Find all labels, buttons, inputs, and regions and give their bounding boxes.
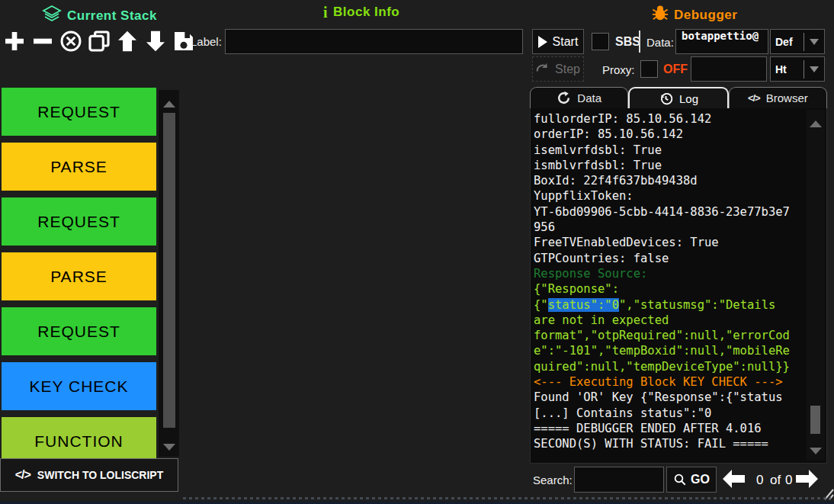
log-line: <--- Executing Block KEY CHECK ---> (534, 374, 807, 390)
proxy-type-dropdown[interactable]: Ht (770, 56, 825, 82)
info-icon: i (323, 5, 328, 19)
divider (639, 30, 640, 53)
log-scrollbar[interactable] (807, 110, 825, 461)
sbs-checkbox[interactable] (592, 33, 609, 50)
stack-block-request[interactable]: REQUEST (2, 88, 156, 136)
log-line: YT-6bd09906-5cbb-4414-8836-23e77b3e7 (534, 204, 807, 220)
history-icon (659, 91, 673, 106)
log-line: {"status":"0","statusmsg":"Details (534, 297, 807, 313)
code-icon: </> (15, 468, 30, 482)
proxy-status: OFF (663, 63, 688, 76)
current-stack-title: Current Stack (42, 5, 157, 27)
tab-browser-label: Browser (766, 91, 808, 104)
tab-data[interactable]: Data (530, 87, 628, 108)
step-icon (536, 63, 550, 76)
refresh-icon (557, 91, 571, 105)
stack-block-key-check[interactable]: KEY CHECK (2, 362, 156, 410)
match-total: 0 (785, 473, 792, 488)
remove-block-icon[interactable] (30, 27, 55, 55)
stack-block-request[interactable]: REQUEST (2, 307, 156, 355)
divider (183, 497, 831, 499)
prev-match-button[interactable] (722, 469, 746, 492)
debugger-label: Debugger (674, 8, 737, 23)
block-stack: REQUESTPARSEREQUESTPARSEREQUESTKEY CHECK… (2, 88, 156, 459)
log-line: BoxId: 22f4f637bb49438d (534, 173, 807, 188)
tab-log-label: Log (679, 92, 698, 105)
log-line: GTPCountries: false (534, 251, 807, 266)
log-line: fullorderIP: 85.10.56.142 (534, 111, 807, 127)
stack-icon (42, 5, 62, 27)
chevron-down-icon[interactable] (804, 39, 824, 45)
log-line: {"Response": (534, 281, 807, 297)
switch-label: SWITCH TO LOLISCRIPT (37, 469, 163, 481)
match-of-label: of (770, 473, 781, 488)
scrollbar-thumb[interactable] (810, 406, 820, 434)
log-line: Response Source: (534, 266, 807, 281)
next-match-button[interactable] (795, 469, 819, 492)
chevron-down-icon[interactable] (804, 66, 824, 72)
scroll-down-icon[interactable] (810, 448, 822, 454)
debugger-title: Debugger (652, 5, 737, 25)
search-icon (673, 473, 687, 486)
step-button[interactable]: Step (532, 56, 584, 82)
block-info-title: i Block Info (323, 5, 399, 20)
stack-block-parse[interactable]: PARSE (2, 252, 156, 300)
search-input[interactable] (574, 467, 664, 493)
move-down-icon[interactable] (143, 27, 168, 55)
proxy-input[interactable] (691, 56, 767, 82)
step-label: Step (555, 63, 580, 76)
search-go-button[interactable]: GO (666, 467, 717, 493)
stack-block-function[interactable]: FUNCTION (2, 417, 156, 459)
log-line: format","otpRequired":null,"errorCod (534, 328, 807, 343)
proxy-label: Proxy: (602, 63, 635, 76)
log-line: Found 'OR' Key {"Response":{"status (534, 390, 807, 405)
play-icon (538, 36, 547, 48)
wordlist-type-dropdown[interactable]: Def (770, 29, 825, 54)
scroll-up-icon[interactable] (163, 101, 175, 108)
tab-browser[interactable]: </> Browser (729, 87, 827, 108)
clone-block-icon[interactable] (86, 27, 111, 55)
move-up-icon[interactable] (114, 27, 140, 55)
stack-block-request[interactable]: REQUEST (2, 197, 156, 246)
remove-all-icon[interactable] (58, 27, 83, 55)
scroll-down-icon[interactable] (163, 444, 175, 451)
sbs-label: SBS (615, 35, 640, 49)
scrollbar-thumb[interactable] (163, 113, 175, 428)
label-caption: Label: (191, 35, 222, 48)
debugger-tabbar: Data Log </> Browser (530, 87, 827, 108)
log-line: FreeTVEnabledDevices: True (534, 235, 807, 250)
log-panel: fullorderIP: 85.10.56.142orderIP: 85.10.… (530, 108, 827, 464)
data-input[interactable]: botappettio@ (675, 29, 768, 54)
start-label: Start (553, 35, 579, 49)
log-line: 956 (534, 220, 807, 235)
scroll-up-icon[interactable] (810, 120, 822, 127)
current-stack-label: Current Stack (67, 8, 157, 24)
proxy-checkbox[interactable] (640, 60, 658, 78)
log-line: [...] Contains status":"0 (534, 406, 807, 421)
log-line: quired":null,"tempDeviceType":null}} (534, 359, 807, 374)
bug-icon (652, 5, 669, 25)
switch-to-loliscript-button[interactable]: </> SWITCH TO LOLISCRIPT (0, 458, 178, 492)
data-label: Data: (646, 36, 674, 49)
code-icon: </> (748, 92, 760, 104)
log-line: SECOND(S) WITH STATUS: FAIL ===== (534, 436, 807, 451)
search-label: Search: (533, 474, 573, 486)
log-line: isemlvrfdsbl: True (534, 143, 807, 158)
highlighted-match: status":"0 (548, 298, 619, 312)
log-line: ===== DEBUGGER ENDED AFTER 4.016 (534, 421, 807, 436)
stack-toolbar (2, 27, 196, 55)
block-info-label: Block Info (333, 5, 399, 20)
log-line: e":"-101","tempBoxid":null,"mobileRe (534, 343, 807, 358)
tab-data-label: Data (577, 91, 601, 104)
log-line: are not in expected (534, 313, 807, 328)
tab-log[interactable]: Log (628, 87, 728, 108)
stack-block-parse[interactable]: PARSE (2, 143, 156, 191)
start-button[interactable]: Start (532, 29, 584, 54)
add-block-icon[interactable] (2, 27, 27, 55)
proxy-type-value: Ht (771, 63, 804, 75)
stack-scrollbar[interactable] (158, 89, 180, 457)
match-position: 0 (756, 473, 763, 488)
block-label-input[interactable] (225, 29, 523, 54)
log-line: orderIP: 85.10.56.142 (534, 127, 807, 142)
go-label: GO (691, 473, 710, 486)
